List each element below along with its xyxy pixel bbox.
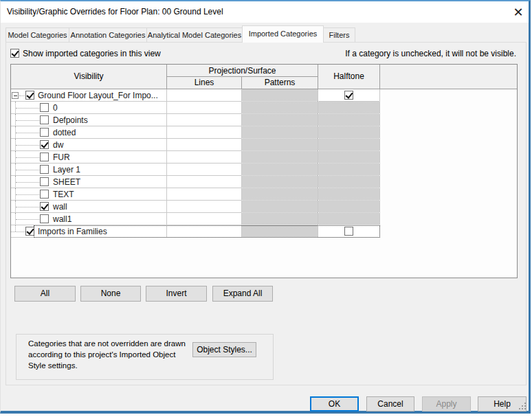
category-checkbox[interactable] (40, 202, 49, 211)
column-header-halftone[interactable]: Halftone (318, 65, 380, 89)
tree-guide (19, 95, 25, 96)
tab-filters[interactable]: Filters (323, 27, 355, 42)
visibility-cell[interactable]: Layer 1 (11, 164, 167, 176)
visibility-cell[interactable]: wall1 (11, 213, 167, 225)
visibility-cell[interactable]: wall (11, 201, 167, 213)
lines-cell[interactable] (167, 151, 242, 164)
halftone-cell (318, 151, 380, 164)
show-imported-checkbox[interactable] (10, 49, 19, 58)
ok-button[interactable]: OK (310, 396, 359, 412)
halftone-cell (318, 176, 380, 188)
category-checkbox[interactable] (40, 115, 49, 124)
lines-cell[interactable] (167, 213, 242, 225)
lines-cell[interactable] (167, 176, 242, 188)
visibility-cell[interactable]: SHEET (11, 176, 167, 188)
category-label: Defpoints (53, 114, 88, 126)
patterns-cell (242, 139, 318, 151)
category-label: 0 (53, 102, 58, 114)
unchecked-note: If a category is unchecked, it will not … (345, 49, 516, 58)
visibility-cell[interactable]: Ground Floor Layout_For Impo... (11, 89, 167, 102)
category-label: wall1 (53, 213, 71, 225)
category-checkbox[interactable] (40, 103, 49, 112)
imported-object-styles-note: Categories that are not overridden are d… (28, 338, 193, 371)
tab-imported-categories[interactable]: Imported Categories (242, 25, 324, 43)
lines-cell[interactable] (167, 188, 242, 201)
halftone-cell (318, 102, 380, 114)
visibility-cell[interactable]: 0 (11, 102, 167, 114)
category-label: dotted (53, 126, 76, 139)
category-checkbox[interactable] (40, 214, 49, 223)
column-header-visibility[interactable]: Visibility (11, 65, 167, 89)
patterns-cell (242, 114, 318, 126)
patterns-cell (242, 126, 318, 139)
halftone-cell (318, 201, 380, 213)
tree-guide (16, 120, 39, 121)
lines-cell[interactable] (167, 89, 242, 102)
column-header-lines[interactable]: Lines (167, 77, 242, 89)
category-checkbox[interactable] (40, 190, 49, 199)
visibility-cell[interactable]: dotted (11, 126, 167, 139)
visibility-cell[interactable]: TEXT (11, 188, 167, 201)
lines-cell[interactable] (167, 201, 242, 213)
halftone-checkbox[interactable] (344, 91, 353, 100)
category-label: Layer 1 (53, 164, 80, 176)
table-row[interactable]: Defpoints (11, 114, 517, 126)
none-button[interactable]: None (80, 286, 141, 302)
halftone-cell[interactable] (318, 89, 380, 102)
category-checkbox[interactable] (40, 177, 49, 186)
column-header-patterns[interactable]: Patterns (242, 77, 318, 89)
patterns-cell (242, 151, 318, 164)
all-button[interactable]: All (14, 286, 76, 302)
visibility-cell[interactable]: FUR (11, 151, 167, 164)
resize-grip[interactable] (519, 403, 527, 411)
tab-analytical-model-categories[interactable]: Analytical Model Categories (146, 27, 243, 42)
patterns-cell (242, 102, 318, 114)
patterns-cell (242, 201, 318, 213)
lines-cell[interactable] (167, 114, 242, 126)
tree-guide (16, 182, 39, 183)
table-row[interactable]: dw (11, 139, 517, 151)
category-checkbox[interactable] (40, 165, 49, 174)
invert-button[interactable]: Invert (146, 286, 207, 302)
table-row[interactable]: SHEET (11, 176, 517, 188)
column-header-projection-surface[interactable]: Projection/Surface (167, 65, 318, 77)
column-header-empty (380, 65, 517, 89)
lines-cell[interactable] (167, 164, 242, 176)
category-label: FUR (53, 151, 70, 164)
tree-guide (16, 219, 39, 220)
lines-cell[interactable] (167, 102, 242, 114)
object-styles-button[interactable]: Object Styles... (192, 342, 256, 357)
patterns-cell (242, 164, 318, 176)
cancel-button[interactable]: Cancel (366, 396, 414, 412)
patterns-cell (242, 188, 318, 201)
table-row[interactable]: dotted (11, 126, 517, 139)
table-row[interactable]: FUR (11, 151, 517, 164)
title-bar: Visibility/Graphic Overrides for Floor P… (1, 1, 529, 23)
tree-guide (16, 194, 39, 195)
focus-outline (34, 225, 380, 238)
tree-guide (16, 157, 39, 158)
category-checkbox[interactable] (25, 91, 34, 100)
category-checkbox[interactable] (40, 140, 49, 149)
table-row[interactable]: TEXT (11, 188, 517, 201)
collapse-icon[interactable] (12, 92, 19, 99)
visibility-cell[interactable]: dw (11, 139, 167, 151)
table-row[interactable]: Layer 1 (11, 164, 517, 176)
tree-guide (16, 108, 39, 109)
visibility-cell[interactable]: Defpoints (11, 114, 167, 126)
lines-cell[interactable] (167, 139, 242, 151)
category-checkbox[interactable] (40, 153, 49, 161)
tab-annotation-categories[interactable]: Annotation Categories (69, 27, 147, 42)
tree-guide (16, 170, 39, 170)
lines-cell[interactable] (167, 126, 242, 139)
tab-model-categories[interactable]: Model Categories (5, 27, 69, 42)
close-icon[interactable]: ✕ (509, 4, 527, 21)
table-row[interactable]: Ground Floor Layout_For Impo... (11, 89, 517, 102)
table-row[interactable]: wall (11, 201, 517, 213)
table-row[interactable]: 0 (11, 102, 517, 114)
category-label: dw (53, 139, 63, 151)
table-row[interactable]: wall1 (11, 213, 517, 225)
category-checkbox[interactable] (40, 128, 49, 137)
table-row[interactable]: Imports in Families (11, 225, 517, 238)
expand-all-button[interactable]: Expand All (212, 286, 273, 302)
